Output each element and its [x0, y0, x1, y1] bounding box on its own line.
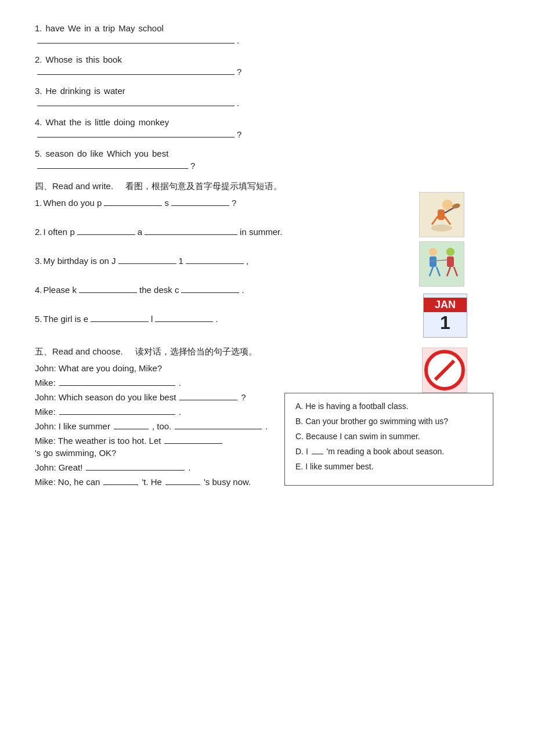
dialog-line-2: Mike: . [35, 378, 499, 388]
john-text-3c: . [265, 421, 268, 431]
answer-underline-3 [37, 106, 234, 106]
problem-3: 3. He drinking is water . [35, 86, 499, 108]
rw-4-text-before: Please k [44, 285, 77, 295]
mike-punct-1: . [179, 378, 181, 388]
problem-5: 5. season do like Which you best ? [35, 149, 499, 171]
problem-5-words: 5. season do like Which you best [35, 149, 499, 158]
svg-line-6 [445, 216, 450, 225]
rw-3-text-mid: 1 [179, 256, 183, 266]
option-d-text: I [306, 447, 308, 456]
problem-2-punct: ? [237, 67, 241, 77]
word-may: May [118, 23, 135, 33]
svg-line-13 [436, 267, 440, 276]
john-blank-3c [175, 429, 262, 429]
problem-1-num: 1. [35, 23, 42, 33]
john-text-3b: , too. [152, 421, 171, 431]
option-d-text2: 'm reading a book about season. [327, 447, 445, 456]
problem-1-answer: . [35, 35, 499, 45]
rw-3-text-before: My birthday is on J [44, 256, 116, 266]
problem-3-punct: . [237, 98, 239, 108]
problem-2-words: 2. Whose is this book [35, 55, 499, 64]
word-have: have [46, 23, 65, 33]
word-is-2: is [76, 55, 82, 64]
options-box: A. He is having a football class. B. Can… [284, 393, 493, 486]
word-do: do [77, 149, 87, 158]
svg-rect-10 [447, 256, 454, 267]
rw-5-text-after: . [215, 314, 218, 324]
problem-4-words: 4. What the is little doing monkey [35, 117, 499, 127]
problem-4-punct: ? [237, 129, 241, 139]
word-doing: doing [114, 117, 135, 127]
option-d-label: D. [295, 447, 304, 456]
word-what: What [46, 117, 66, 127]
calendar-month: JAN [424, 298, 467, 312]
answer-underline-1 [37, 43, 234, 44]
rw-1-num: 1. [35, 198, 42, 208]
word-little: little [95, 117, 110, 127]
section-4-title: 四、Read and write. [35, 181, 113, 191]
option-b: B. Can your brother go swimming with us? [295, 417, 482, 426]
option-e-label: E. [295, 462, 303, 471]
word-monkey: monkey [139, 117, 169, 127]
problem-1-punct: . [237, 35, 239, 45]
word-water: water [104, 86, 125, 96]
option-c: C. Because I can swim in summer. [295, 432, 482, 441]
rw-2-blank2 [145, 234, 237, 235]
img-people-play [419, 241, 464, 287]
john-text-4: Great! [59, 462, 83, 472]
rw-1-text-before: When do you p [44, 198, 102, 208]
option-b-text: Can your brother go swimming with us? [305, 417, 448, 426]
svg-line-14 [447, 267, 450, 276]
rw-item-1: 1. When do you p s ? [35, 198, 499, 219]
option-e-text: I like summer best. [305, 462, 373, 471]
word-book: book [103, 55, 122, 64]
section-4-header: 四、Read and write. 看图，根据句意及首字母提示填写短语。 [35, 181, 499, 192]
problem-5-num: 5. [35, 149, 42, 158]
speaker-mike-1: Mike: [35, 378, 56, 388]
problem-4-answer: ? [35, 129, 499, 139]
john-text-3: I like summer [59, 421, 110, 431]
rw-4-text-mid: the desk c [139, 285, 179, 295]
section-4-subtitle: 看图，根据句意及首字母提示填写短语。 [125, 181, 282, 191]
rw-2-text-mid: a [138, 227, 142, 237]
rw-5-blank2 [155, 321, 213, 322]
svg-line-12 [430, 267, 433, 276]
rw-5-blank1 [91, 321, 149, 322]
section-4: 四、Read and write. 看图，根据句意及首字母提示填写短语。 1. … [35, 181, 499, 335]
section-5-subtitle: 读对话，选择恰当的句子选项。 [135, 346, 257, 356]
mike-text-3: The weather is too hot. Let [58, 436, 161, 446]
answer-underline-5 [37, 168, 188, 169]
john-text-1: What are you doing, Mike? [59, 363, 162, 373]
john-blank-4 [86, 470, 185, 471]
problem-5-answer: ? [35, 161, 499, 171]
mike-text-4b: 't. He [142, 477, 162, 487]
rw-2-num: 2. [35, 227, 42, 237]
john-text-2: Which season do you like best [59, 392, 176, 402]
word-season: season [46, 149, 74, 158]
svg-line-5 [432, 216, 438, 225]
word-best: best [152, 149, 168, 158]
svg-line-15 [454, 267, 457, 276]
problem-5-punct: ? [190, 161, 195, 171]
speaker-john-1: John: [35, 363, 56, 373]
word-is-4: is [85, 117, 91, 127]
speaker-john-2: John: [35, 392, 56, 402]
img-calendar: JAN 1 [423, 294, 467, 338]
word-a: a [95, 23, 99, 33]
problem-2: 2. Whose is this book ? [35, 55, 499, 77]
option-e: E. I like summer best. [295, 462, 482, 471]
problem-4-num: 4. [35, 117, 42, 127]
rw-1-blank2 [171, 205, 229, 206]
problem-4: 4. What the is little doing monkey ? [35, 117, 499, 139]
option-a-label: A. [295, 401, 303, 411]
rw-4-blank2 [181, 292, 239, 293]
rw-4-num: 4. [35, 285, 42, 295]
mike-punct-2: . [179, 407, 181, 417]
word-he: He [46, 86, 57, 96]
mike-text-4: No, he can [58, 477, 100, 487]
section-5-header: 五、Read and choose. 读对话，选择恰当的句子选项。 [35, 346, 499, 357]
word-we: We [68, 23, 81, 33]
option-c-text: Because I can swim in summer. [306, 432, 420, 441]
word-drinking: drinking [60, 86, 91, 96]
calendar-day: 1 [440, 312, 450, 334]
